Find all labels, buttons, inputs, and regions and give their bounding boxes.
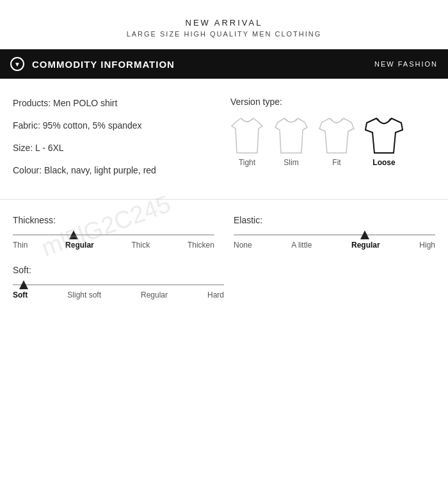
soft-tick-2: Regular xyxy=(141,291,168,299)
elastic-tick-1: A little xyxy=(291,241,312,250)
size-label: Size: xyxy=(13,143,33,153)
main-info: Products: Men POLO shirt Fabric: 95% cot… xyxy=(0,79,448,200)
shirt-svg-slim xyxy=(274,117,308,154)
thickness-tick-1: Regular xyxy=(65,241,94,250)
thickness-tick-2: Thick xyxy=(132,241,150,250)
shirt-label-slim: Slim xyxy=(284,158,298,167)
thickness-track-container xyxy=(13,234,214,235)
soft-thumb xyxy=(19,280,28,289)
shirt-svg-tight xyxy=(230,117,264,154)
fabric-value: 95% cotton, 5% spandex xyxy=(43,120,142,131)
shirt-label-fit: Fit xyxy=(332,158,340,167)
thickness-labels: Thin Regular Thick Thicken xyxy=(13,241,214,250)
soft-track-container xyxy=(13,284,224,285)
elastic-labels: None A little Regular High xyxy=(234,241,435,250)
soft-row: Soft: Soft Slight soft Regular Hard xyxy=(13,265,435,299)
products-row: Products: Men POLO shirt xyxy=(13,97,218,110)
header-title: NEW ARRIVAL xyxy=(0,18,448,28)
shirt-item-slim: Slim xyxy=(274,117,308,167)
shirt-item-fit: Fit xyxy=(319,117,355,167)
thickness-label: Thickness: xyxy=(13,215,214,225)
dropdown-icon[interactable]: ▼ xyxy=(10,57,24,71)
thickness-track xyxy=(13,234,214,235)
soft-tick-1: Slight soft xyxy=(67,291,101,299)
shirt-svg-fit xyxy=(319,117,355,154)
commodity-bar: ▼ COMMODITY INFORMATION NEW FASHION xyxy=(0,49,448,79)
fabric-label: Fabric: xyxy=(13,120,40,131)
thickness-tick-3: Thicken xyxy=(188,241,214,250)
elastic-thumb xyxy=(360,230,369,239)
size-row: Size: L - 6XL xyxy=(13,141,218,155)
colour-label: Colour: xyxy=(13,165,42,175)
shirt-svg-loose xyxy=(365,117,403,154)
elastic-tick-3: High xyxy=(419,241,435,250)
soft-tick-3: Hard xyxy=(207,291,224,299)
soft-labels: Soft Slight soft Regular Hard xyxy=(13,291,224,299)
shirt-label-tight: Tight xyxy=(239,158,255,167)
size-value: L - 6XL xyxy=(35,143,64,153)
elastic-label: Elastic: xyxy=(234,215,435,225)
thickness-thumb xyxy=(69,230,78,239)
soft-tick-0: Soft xyxy=(13,291,28,299)
soft-track xyxy=(13,284,224,285)
elastic-col: Elastic: None A little Regular High xyxy=(234,215,435,250)
commodity-bar-label: COMMODITY INFORMATION xyxy=(32,59,175,70)
products-value: Men POLO shirt xyxy=(53,98,117,108)
fabric-row: Fabric: 95% cotton, 5% spandex xyxy=(13,119,218,132)
shirt-item-loose: Loose xyxy=(365,117,403,167)
thickness-col: Thickness: Thin Regular Thick Thicken xyxy=(13,215,234,250)
sliders-wrapper: ml5lG2C245 Thickness: Thin Regular Thick… xyxy=(0,200,448,328)
shirt-icons: Tight Slim Fit xyxy=(230,117,435,167)
colour-row: Colour: Black, navy, light purple, red xyxy=(13,164,218,177)
elastic-tick-2: Regular xyxy=(351,241,380,250)
header-section: NEW ARRIVAL LARGE SIZE HIGH QUALITY MEN … xyxy=(0,0,448,49)
elastic-track-container xyxy=(234,234,435,235)
version-label: Version type: xyxy=(230,97,435,107)
soft-label: Soft: xyxy=(13,265,435,275)
header-subtitle: LARGE SIZE HIGH QUALITY MEN CLOTHING xyxy=(0,30,448,38)
elastic-track xyxy=(234,234,435,235)
colour-value: Black, navy, light purple, red xyxy=(44,165,156,175)
elastic-tick-0: None xyxy=(234,241,252,250)
sliders-two-col: Thickness: Thin Regular Thick Thicken El… xyxy=(13,215,435,250)
shirt-item-tight: Tight xyxy=(230,117,264,167)
commodity-badge: NEW FASHION xyxy=(374,60,438,68)
thickness-tick-0: Thin xyxy=(13,241,28,250)
products-label: Products: xyxy=(13,98,51,108)
shirt-label-loose: Loose xyxy=(372,158,395,167)
